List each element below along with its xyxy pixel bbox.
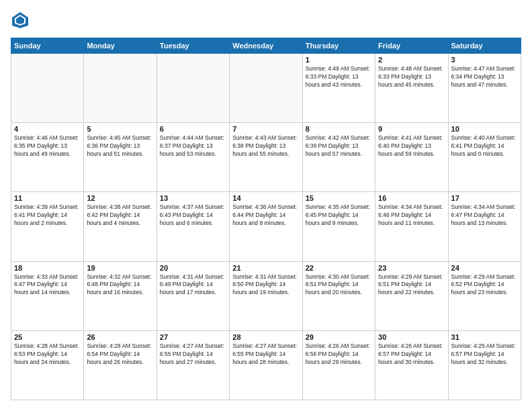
weekday-header-row: SundayMondayTuesdayWednesdayThursdayFrid… [11, 38, 521, 54]
logo [11, 11, 32, 30]
day-number: 17 [451, 194, 518, 202]
day-info: Sunrise: 4:33 AM Sunset: 6:47 PM Dayligh… [14, 273, 81, 298]
calendar-cell: 16Sunrise: 4:34 AM Sunset: 6:46 PM Dayli… [375, 192, 448, 261]
calendar-week-5: 25Sunrise: 4:28 AM Sunset: 6:53 PM Dayli… [11, 330, 521, 400]
day-info: Sunrise: 4:44 AM Sunset: 6:37 PM Dayligh… [160, 134, 226, 158]
day-info: Sunrise: 4:42 AM Sunset: 6:39 PM Dayligh… [306, 134, 372, 158]
weekday-sunday: Sunday [11, 38, 84, 54]
day-info: Sunrise: 4:32 AM Sunset: 6:48 PM Dayligh… [87, 273, 153, 298]
day-info: Sunrise: 4:26 AM Sunset: 6:57 PM Dayligh… [378, 342, 445, 367]
day-number: 25 [14, 333, 81, 341]
day-number: 1 [306, 56, 372, 64]
day-info: Sunrise: 4:30 AM Sunset: 6:51 PM Dayligh… [306, 273, 372, 298]
calendar-cell: 19Sunrise: 4:32 AM Sunset: 6:48 PM Dayli… [84, 261, 157, 330]
logo-icon [11, 11, 30, 30]
calendar-cell: 20Sunrise: 4:31 AM Sunset: 6:49 PM Dayli… [157, 261, 229, 330]
calendar-cell: 30Sunrise: 4:26 AM Sunset: 6:57 PM Dayli… [375, 330, 448, 400]
calendar-cell: 25Sunrise: 4:28 AM Sunset: 6:53 PM Dayli… [11, 330, 84, 400]
calendar-week-2: 4Sunrise: 4:46 AM Sunset: 6:35 PM Daylig… [11, 123, 521, 192]
day-number: 24 [451, 264, 518, 272]
day-number: 3 [451, 56, 518, 64]
calendar-cell: 23Sunrise: 4:29 AM Sunset: 6:51 PM Dayli… [375, 261, 448, 330]
day-info: Sunrise: 4:27 AM Sunset: 6:55 PM Dayligh… [160, 342, 226, 367]
calendar-cell: 12Sunrise: 4:38 AM Sunset: 6:42 PM Dayli… [84, 192, 157, 261]
day-number: 10 [451, 125, 518, 133]
calendar-week-4: 18Sunrise: 4:33 AM Sunset: 6:47 PM Dayli… [11, 261, 521, 330]
calendar-cell: 9Sunrise: 4:41 AM Sunset: 6:40 PM Daylig… [375, 123, 448, 192]
day-number: 16 [378, 194, 445, 202]
day-number: 6 [160, 125, 226, 133]
calendar-cell: 4Sunrise: 4:46 AM Sunset: 6:35 PM Daylig… [11, 123, 84, 192]
day-number: 11 [14, 194, 81, 202]
day-info: Sunrise: 4:29 AM Sunset: 6:51 PM Dayligh… [378, 273, 445, 298]
day-number: 28 [232, 333, 299, 341]
day-info: Sunrise: 4:27 AM Sunset: 6:55 PM Dayligh… [232, 342, 299, 367]
calendar-cell: 8Sunrise: 4:42 AM Sunset: 6:39 PM Daylig… [302, 123, 375, 192]
calendar-table: SundayMondayTuesdayWednesdayThursdayFrid… [11, 38, 521, 400]
page: SundayMondayTuesdayWednesdayThursdayFrid… [0, 0, 532, 411]
calendar-cell: 26Sunrise: 4:28 AM Sunset: 6:54 PM Dayli… [84, 330, 157, 400]
day-info: Sunrise: 4:36 AM Sunset: 6:44 PM Dayligh… [232, 203, 299, 228]
calendar-cell: 18Sunrise: 4:33 AM Sunset: 6:47 PM Dayli… [11, 261, 84, 330]
calendar-cell [11, 54, 84, 123]
day-number: 2 [378, 56, 445, 64]
weekday-friday: Friday [375, 38, 448, 54]
day-info: Sunrise: 4:28 AM Sunset: 6:53 PM Dayligh… [14, 342, 81, 367]
day-number: 4 [14, 125, 81, 133]
calendar-cell: 5Sunrise: 4:45 AM Sunset: 6:36 PM Daylig… [84, 123, 157, 192]
calendar-cell: 27Sunrise: 4:27 AM Sunset: 6:55 PM Dayli… [157, 330, 229, 400]
weekday-saturday: Saturday [448, 38, 521, 54]
calendar-cell: 29Sunrise: 4:26 AM Sunset: 6:56 PM Dayli… [302, 330, 375, 400]
day-info: Sunrise: 4:31 AM Sunset: 6:49 PM Dayligh… [160, 273, 226, 298]
calendar-cell: 21Sunrise: 4:31 AM Sunset: 6:50 PM Dayli… [230, 261, 302, 330]
day-info: Sunrise: 4:35 AM Sunset: 6:45 PM Dayligh… [306, 203, 372, 228]
calendar-cell: 11Sunrise: 4:39 AM Sunset: 6:41 PM Dayli… [11, 192, 84, 261]
calendar-cell: 2Sunrise: 4:48 AM Sunset: 6:33 PM Daylig… [375, 54, 448, 123]
weekday-monday: Monday [84, 38, 157, 54]
calendar-cell [84, 54, 157, 123]
calendar-cell: 10Sunrise: 4:40 AM Sunset: 6:41 PM Dayli… [448, 123, 521, 192]
day-info: Sunrise: 4:37 AM Sunset: 6:43 PM Dayligh… [160, 203, 226, 228]
day-info: Sunrise: 4:41 AM Sunset: 6:40 PM Dayligh… [378, 134, 445, 158]
weekday-thursday: Thursday [302, 38, 375, 54]
day-info: Sunrise: 4:45 AM Sunset: 6:36 PM Dayligh… [87, 134, 153, 158]
calendar-week-3: 11Sunrise: 4:39 AM Sunset: 6:41 PM Dayli… [11, 192, 521, 261]
weekday-tuesday: Tuesday [157, 38, 229, 54]
day-number: 12 [87, 194, 153, 202]
day-number: 9 [378, 125, 445, 133]
calendar-week-1: 1Sunrise: 4:49 AM Sunset: 6:33 PM Daylig… [11, 54, 521, 123]
day-info: Sunrise: 4:34 AM Sunset: 6:47 PM Dayligh… [451, 203, 518, 228]
day-number: 18 [14, 264, 81, 272]
calendar-cell: 7Sunrise: 4:43 AM Sunset: 6:38 PM Daylig… [230, 123, 302, 192]
calendar-cell: 13Sunrise: 4:37 AM Sunset: 6:43 PM Dayli… [157, 192, 229, 261]
day-info: Sunrise: 4:47 AM Sunset: 6:34 PM Dayligh… [451, 65, 518, 89]
calendar-cell: 24Sunrise: 4:29 AM Sunset: 6:52 PM Dayli… [448, 261, 521, 330]
day-number: 15 [306, 194, 372, 202]
day-info: Sunrise: 4:29 AM Sunset: 6:52 PM Dayligh… [451, 273, 518, 298]
calendar-cell: 17Sunrise: 4:34 AM Sunset: 6:47 PM Dayli… [448, 192, 521, 261]
day-number: 26 [87, 333, 153, 341]
day-number: 14 [232, 194, 299, 202]
calendar-cell: 22Sunrise: 4:30 AM Sunset: 6:51 PM Dayli… [302, 261, 375, 330]
day-info: Sunrise: 4:49 AM Sunset: 6:33 PM Dayligh… [306, 65, 372, 89]
calendar-cell [230, 54, 302, 123]
day-info: Sunrise: 4:34 AM Sunset: 6:46 PM Dayligh… [378, 203, 445, 228]
day-number: 29 [306, 333, 372, 341]
calendar-cell [157, 54, 229, 123]
day-number: 21 [232, 264, 299, 272]
calendar-cell: 6Sunrise: 4:44 AM Sunset: 6:37 PM Daylig… [157, 123, 229, 192]
day-info: Sunrise: 4:26 AM Sunset: 6:56 PM Dayligh… [306, 342, 372, 367]
day-info: Sunrise: 4:48 AM Sunset: 6:33 PM Dayligh… [378, 65, 445, 89]
day-info: Sunrise: 4:28 AM Sunset: 6:54 PM Dayligh… [87, 342, 153, 367]
day-number: 23 [378, 264, 445, 272]
day-number: 8 [306, 125, 372, 133]
calendar-cell: 1Sunrise: 4:49 AM Sunset: 6:33 PM Daylig… [302, 54, 375, 123]
day-number: 20 [160, 264, 226, 272]
header [11, 11, 521, 30]
day-number: 13 [160, 194, 226, 202]
day-info: Sunrise: 4:46 AM Sunset: 6:35 PM Dayligh… [14, 134, 81, 158]
calendar-cell: 15Sunrise: 4:35 AM Sunset: 6:45 PM Dayli… [302, 192, 375, 261]
day-info: Sunrise: 4:38 AM Sunset: 6:42 PM Dayligh… [87, 203, 153, 228]
calendar-cell: 14Sunrise: 4:36 AM Sunset: 6:44 PM Dayli… [230, 192, 302, 261]
day-number: 27 [160, 333, 226, 341]
